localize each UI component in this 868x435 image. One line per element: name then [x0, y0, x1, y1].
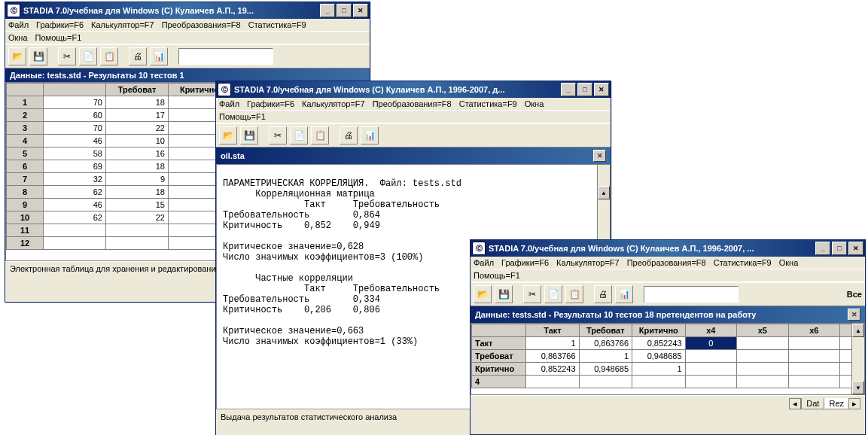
toolbar-input[interactable] [178, 48, 273, 65]
doc-close-button[interactable]: ✕ [848, 309, 860, 321]
col-header[interactable]: x6 [788, 324, 840, 337]
doc-close-button[interactable]: ✕ [593, 150, 606, 162]
cell[interactable] [685, 350, 737, 363]
maximize-button[interactable]: □ [832, 242, 847, 255]
cell[interactable]: 18 [106, 186, 169, 199]
cell[interactable]: 0,852243 [526, 363, 579, 376]
cell[interactable]: 0 [685, 337, 737, 350]
col-header[interactable] [472, 324, 526, 337]
cell[interactable]: 10 [106, 135, 169, 148]
scroll-right-icon[interactable]: ▸ [848, 398, 860, 409]
close-button[interactable]: ✕ [353, 4, 368, 17]
menu-file[interactable]: Файл [219, 99, 239, 108]
graph-button[interactable]: 📊 [361, 126, 379, 144]
cell[interactable]: 18 [106, 96, 169, 109]
cell[interactable]: 69 [44, 160, 106, 173]
cell[interactable]: 58 [44, 148, 106, 160]
maximize-button[interactable]: □ [337, 4, 352, 17]
menu-windows[interactable]: Окна [525, 99, 544, 108]
data-grid[interactable]: ТактТребоватКритичноx4x5x6Такт10,8637660… [471, 324, 864, 388]
paste-button[interactable]: 📋 [311, 126, 329, 144]
scroll-down-icon[interactable]: ▼ [852, 381, 864, 394]
row-header[interactable]: 4 [7, 135, 44, 148]
close-button[interactable]: ✕ [848, 242, 863, 255]
cut-button[interactable]: ✂ [523, 285, 541, 303]
cell[interactable] [737, 363, 789, 376]
col-header[interactable]: Критично [632, 324, 686, 337]
col-header[interactable]: Такт [526, 324, 579, 337]
titlebar-2[interactable]: Ⓒ STADIA 7.0/учебная для Windows (C) Кул… [216, 81, 611, 98]
tab-rez[interactable]: Rez [824, 398, 849, 409]
cell[interactable] [632, 376, 686, 388]
row-header[interactable]: 1 [7, 96, 44, 109]
col-header[interactable] [44, 84, 106, 96]
paste-button[interactable]: 📋 [565, 285, 583, 303]
row-header[interactable]: 5 [7, 148, 44, 160]
row-header[interactable]: Требоват [472, 350, 526, 363]
menubar[interactable]: Файл Графики=F6 Калькулятор=F7 Преобразо… [471, 257, 865, 269]
cell[interactable] [685, 376, 737, 388]
open-button[interactable]: 📂 [474, 285, 492, 303]
row-header[interactable]: 2 [7, 109, 44, 122]
cut-button[interactable]: ✂ [269, 126, 287, 144]
cell[interactable] [737, 376, 789, 388]
row-header[interactable]: 11 [7, 224, 44, 237]
spreadsheet[interactable]: ТактТребоватКритичноx4x5x6Такт10,8637660… [471, 323, 865, 395]
copy-button[interactable]: 📄 [290, 126, 308, 144]
toolbar-input[interactable] [644, 286, 739, 303]
menu-transform[interactable]: Преобразования=F8 [162, 20, 241, 29]
cell[interactable]: 17 [106, 109, 169, 122]
cell[interactable] [44, 224, 106, 237]
cell[interactable] [737, 350, 789, 363]
print-button[interactable]: 🖨 [129, 47, 147, 65]
row-header[interactable]: 6 [7, 160, 44, 173]
menu-windows[interactable]: Окна [8, 33, 28, 42]
row-header[interactable]: 8 [7, 186, 44, 199]
print-button[interactable]: 🖨 [340, 126, 358, 144]
graph-button[interactable]: 📊 [615, 285, 633, 303]
row-header[interactable]: Такт [472, 337, 526, 350]
menu-help[interactable]: Помощь=F1 [219, 112, 266, 121]
cell[interactable]: 0,863766 [526, 350, 579, 363]
save-button[interactable]: 💾 [495, 285, 513, 303]
paste-button[interactable]: 📋 [100, 47, 118, 65]
scroll-up-icon[interactable]: ▲ [852, 324, 864, 337]
col-header[interactable]: x5 [737, 324, 789, 337]
scroll-up-icon[interactable]: ▲ [598, 186, 610, 199]
menu-windows[interactable]: Окна [779, 258, 799, 267]
menu-graphics[interactable]: Графики=F6 [501, 258, 549, 267]
cell[interactable]: 32 [44, 173, 106, 186]
cell[interactable]: 0,948685 [632, 350, 686, 363]
maximize-button[interactable]: □ [577, 83, 592, 96]
cell[interactable]: 15 [106, 199, 169, 211]
row-header[interactable]: 10 [7, 211, 44, 224]
minimize-button[interactable]: _ [320, 4, 335, 17]
menubar-2[interactable]: Окна Помощь=F1 [5, 32, 370, 44]
cell[interactable]: 0,863766 [579, 337, 632, 350]
cell[interactable] [788, 376, 840, 388]
vscrollbar[interactable]: ▲ ▼ [851, 324, 864, 394]
row-header[interactable]: 9 [7, 199, 44, 211]
cell[interactable]: 70 [44, 96, 106, 109]
cell[interactable]: 18 [106, 160, 169, 173]
cell[interactable]: 16 [106, 148, 169, 160]
graph-button[interactable]: 📊 [150, 47, 168, 65]
titlebar-1[interactable]: Ⓒ STADIA 7.0/учебная для Windows (C) Кул… [5, 2, 370, 19]
tab-dat[interactable]: Dat [801, 398, 824, 409]
row-header[interactable]: 4 [472, 376, 526, 388]
menu-help[interactable]: Помощь=F1 [474, 271, 520, 280]
cell[interactable]: 1 [526, 337, 579, 350]
close-button[interactable]: ✕ [594, 83, 609, 96]
row-header[interactable]: Критично [472, 363, 526, 376]
cell[interactable] [44, 237, 106, 250]
cell[interactable] [106, 224, 169, 237]
cell[interactable] [526, 376, 579, 388]
cell[interactable]: 22 [106, 211, 169, 224]
menubar-2[interactable]: Помощь=F1 [216, 111, 611, 123]
col-header[interactable]: Требоват [106, 84, 169, 96]
menu-stats[interactable]: Статистика=F9 [459, 99, 517, 108]
menu-stats[interactable]: Статистика=F9 [714, 258, 772, 267]
cell[interactable]: 70 [44, 122, 106, 135]
cell[interactable]: 46 [44, 199, 106, 211]
menu-calc[interactable]: Калькулятор=F7 [91, 20, 154, 29]
